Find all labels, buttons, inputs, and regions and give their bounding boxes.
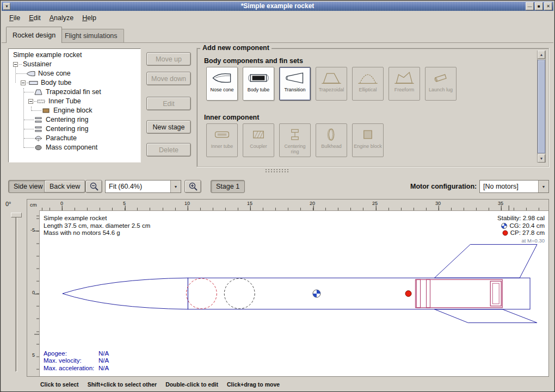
scroll-up-icon[interactable]: ▲ (538, 51, 545, 59)
tree-line (23, 88, 24, 148)
back-view-button[interactable]: Back view (44, 180, 85, 193)
transition-icon (285, 69, 305, 86)
add-coupler-button[interactable]: Coupler (243, 123, 274, 157)
tree-item-sustainer[interactable]: Sustainer (9, 60, 140, 69)
stability-value: Stability: 2.98 cal (497, 215, 545, 222)
hint-click-drag: Click+drag to move (227, 381, 280, 388)
cg-value: CG: 20.4 cm (509, 222, 545, 230)
apogee-value: N/A (98, 350, 109, 358)
close-button[interactable]: ✕ (544, 2, 552, 10)
add-centering-ring-button[interactable]: Centering ring (279, 123, 311, 157)
add-trapezoidal-fin-button[interactable]: Trapezoidal (316, 67, 347, 101)
launch-lug-icon (430, 69, 451, 86)
add-launch-lug-button[interactable]: Launch lug (425, 67, 457, 101)
scrollbar-thumb[interactable] (538, 60, 545, 153)
tree-item-mass-component[interactable]: Mass component (9, 143, 140, 152)
tree-item-rocket[interactable]: Simple example rocket (9, 51, 140, 60)
tree-line (15, 66, 16, 83)
ruler-tick-label: -5 (30, 227, 35, 233)
inner-tube-icon (212, 126, 232, 143)
tree-item-fin-set[interactable]: Trapezoidal fin set (9, 88, 140, 97)
horizontal-ruler: 0 5 10 15 20 25 30 35 (39, 200, 548, 210)
menu-edit[interactable]: Edit (24, 13, 45, 23)
add-bulkhead-button[interactable]: Bulkhead (316, 123, 347, 157)
collapse-toggle-icon[interactable] (13, 62, 18, 67)
zoom-level-select[interactable]: Fit (60.4%) ▼ (105, 180, 181, 193)
trapezoidal-fin-icon (321, 69, 342, 86)
freeform-fin-icon (394, 69, 415, 86)
tree-item-body-tube[interactable]: Body tube (9, 78, 140, 88)
rotation-slider-track[interactable] (15, 214, 17, 372)
menu-help[interactable]: Help (78, 13, 101, 23)
add-transition-button[interactable]: Transition (279, 67, 311, 101)
splitter-handle-icon (265, 169, 290, 173)
rocket-mass: Mass with no motors 54.6 g (44, 229, 150, 237)
side-view-button[interactable]: Side view (8, 180, 48, 193)
titlebar-texture (2, 2, 553, 11)
panel-splitter[interactable] (2, 167, 553, 175)
zoom-in-button[interactable] (184, 180, 201, 193)
tab-flight-simulations[interactable]: Flight simulations (58, 29, 124, 42)
add-nose-cone-button[interactable]: Nose cone (206, 67, 238, 101)
rotation-value: 0° (5, 201, 11, 207)
hint-double-click: Double-click to edit (165, 381, 218, 388)
titlebar[interactable]: ▾ *Simple example rocket — ■ ✕ (2, 2, 553, 11)
coupler-icon (248, 126, 269, 143)
system-menu-icon[interactable]: ▾ (3, 3, 10, 10)
scroll-down-icon[interactable]: ▼ (538, 154, 545, 163)
maximize-button[interactable]: ■ (535, 2, 543, 10)
tree-line (31, 107, 32, 111)
rocket-canvas[interactable]: Simple example rocket Length 37.5 cm, ma… (39, 210, 548, 376)
rocket-dimensions: Length 37.5 cm, max. diameter 2.5 cm (44, 222, 150, 230)
parachute-icon (34, 135, 43, 142)
tree-item-centering-ring-1[interactable]: Centering ring (9, 115, 140, 125)
inner-tube-icon (36, 98, 46, 105)
component-panel-scrollbar[interactable]: ▲ ▼ (537, 51, 546, 163)
centering-ring-icon (34, 116, 43, 123)
add-component-panel: Add new component Body components and fi… (196, 44, 549, 167)
move-down-button[interactable]: Move down (146, 72, 191, 85)
add-elliptical-fin-button[interactable]: Elliptical (352, 67, 384, 101)
cg-icon (501, 223, 507, 229)
status-bar: Click to select Shift+click to select ot… (2, 377, 553, 391)
menu-bar: File Edit Analyze Help (2, 11, 553, 24)
flight-results: Apogee:N/A Max. velocity:N/A Max. accele… (44, 350, 109, 372)
stage-1-toggle[interactable]: Stage 1 (211, 180, 245, 193)
new-stage-button[interactable]: New stage (146, 120, 191, 134)
move-up-button[interactable]: Move up (146, 52, 191, 66)
motor-configuration-select[interactable]: [No motors] ▼ (479, 180, 549, 193)
tree-item-centering-ring-2[interactable]: Centering ring (9, 125, 140, 134)
ruler-tick-label: 10 (184, 201, 190, 206)
hint-shift-click: Shift+click to select other (88, 381, 157, 388)
add-body-tube-button[interactable]: Body tube (243, 67, 274, 101)
zoom-out-button[interactable] (85, 180, 102, 193)
menu-file[interactable]: File (5, 13, 24, 23)
tree-item-label: Body tube (40, 78, 72, 88)
elliptical-fin-icon (357, 69, 378, 86)
tree-item-label: Centering ring (45, 115, 90, 125)
stability-legend: Stability: 2.98 cal CG: 20.4 cm CP: 27.8… (497, 215, 545, 244)
zoom-in-icon (188, 182, 198, 191)
tree-item-parachute[interactable]: Parachute (9, 134, 140, 143)
component-tree[interactable]: Simple example rocket Sustainer Nose con… (8, 48, 141, 163)
collapse-toggle-icon[interactable] (21, 80, 26, 85)
chevron-down-icon[interactable]: ▼ (170, 181, 181, 192)
menu-analyze[interactable]: Analyze (45, 13, 78, 23)
collapse-toggle-icon[interactable] (28, 99, 33, 104)
add-inner-tube-button[interactable]: Inner tube (206, 123, 238, 157)
ruler-tick-label: 0 (60, 201, 63, 206)
add-engine-block-button[interactable]: Engine block (352, 123, 384, 157)
tree-item-inner-tube[interactable]: Inner Tube (9, 97, 140, 106)
add-freeform-fin-button[interactable]: Freeform (388, 67, 420, 101)
ruler-tick-label: 5 (123, 201, 126, 206)
chevron-down-icon[interactable]: ▼ (538, 181, 548, 192)
ruler-tick-label: 15 (247, 201, 252, 206)
tab-rocket-design[interactable]: Rocket design (6, 27, 62, 43)
tree-item-nose-cone[interactable]: Nose cone (9, 69, 140, 78)
rotation-slider-handle[interactable] (11, 213, 22, 217)
cp-value: CP: 27.8 cm (510, 229, 545, 237)
minimize-button[interactable]: — (526, 2, 534, 10)
delete-button[interactable]: Delete (146, 143, 191, 157)
edit-button[interactable]: Edit (146, 97, 191, 110)
tree-item-engine-block[interactable]: Engine block (9, 106, 140, 115)
